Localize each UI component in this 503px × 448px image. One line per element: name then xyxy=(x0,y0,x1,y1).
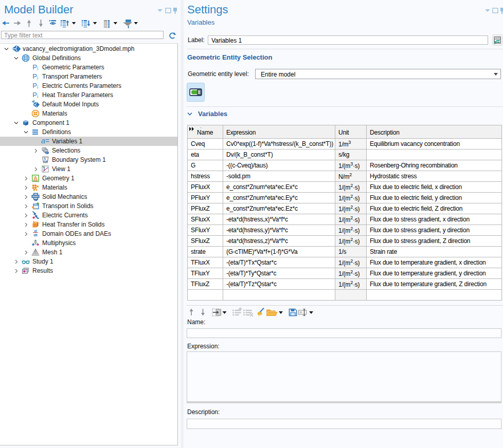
svg-text:A: A xyxy=(33,175,38,181)
